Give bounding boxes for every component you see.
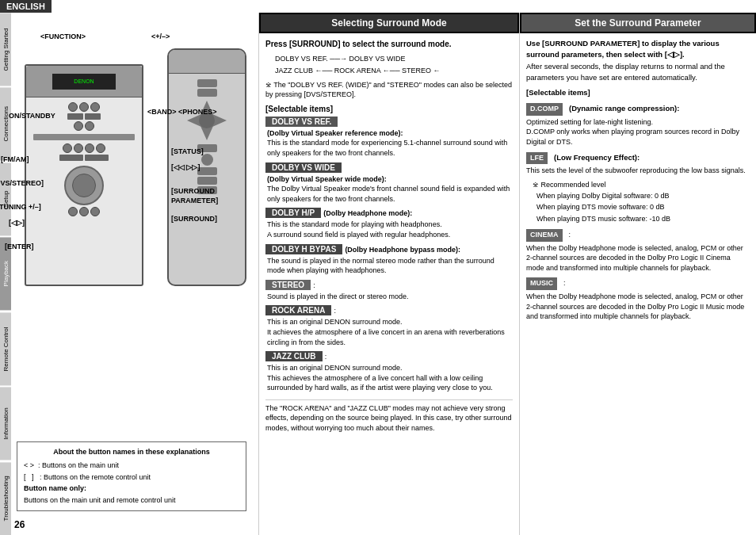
- info-box: About the button names in these explanat…: [17, 441, 246, 511]
- side-tabs: Getting Started Connections Setup Playba…: [0, 13, 11, 535]
- selectable-items-title-middle: [Selectable items]: [265, 105, 513, 113]
- dolby-vs-ref-desc: (Dolby Virtual Speaker reference mode): …: [265, 128, 513, 159]
- function-label: <FUNCTION>: [40, 32, 86, 40]
- lfe-title: (Low Frequency Effect):: [554, 152, 640, 163]
- surround-mode-title: Selecting Surround Mode: [259, 13, 519, 33]
- dolby-vs-ref-badge: DOLBY VS REF.: [265, 117, 338, 127]
- tuning-label: [TUNING +/–]: [0, 203, 41, 211]
- music-desc: When the Dolby Headphone mode is selecte…: [526, 292, 750, 322]
- bracket-label: [◁▷]: [9, 219, 25, 227]
- surround-parameter-title: Set the Surround Parameter: [520, 13, 756, 33]
- enter-label: [ENTER]: [5, 243, 34, 250]
- tab-information[interactable]: Information: [0, 387, 11, 460]
- dolby-h-bypass-desc: The sound is played in the normal stereo…: [265, 256, 513, 276]
- selectable-items-title-right: [Selectable items]: [526, 87, 750, 98]
- skip-label: [◁◁ ▷▷]: [171, 163, 200, 171]
- dcomp-title: (Dynamic range compression):: [569, 103, 679, 114]
- info-box-title: About the button names in these explanat…: [24, 447, 239, 458]
- dolby-hp-badge: DOLBY H/P: [265, 208, 321, 218]
- rock-arena-badge: ROCK ARENA: [265, 305, 331, 315]
- tab-getting-started[interactable]: Getting Started: [0, 13, 11, 86]
- lfe-badge: LFE: [526, 152, 548, 165]
- jazz-club-desc: This is an original DENON surround mode.…: [265, 363, 513, 393]
- main-unit: DENON: [25, 64, 143, 286]
- param-cinema: CINEMA : When the Dolby Headphone mode i…: [526, 229, 750, 273]
- mode-jazz-club: JAZZ CLUB : This is an original DENON su…: [265, 351, 513, 393]
- stereo-badge: STEREO: [265, 280, 311, 290]
- param-dcomp: D.COMP (Dynamic range compression): Opti…: [526, 103, 750, 147]
- surround-parameter-panel: Set the Surround Parameter Use [SURROUND…: [520, 13, 756, 535]
- surround-footnote: The "ROCK ARENA" and "JAZZ CLUB" modes m…: [265, 399, 513, 434]
- language-bar: ENGLISH: [0, 0, 52, 13]
- mode-flow: DOLBY VS REF. ──→ DOLBY VS WIDE JAZZ CLU…: [275, 53, 513, 78]
- mode-dolby-vs-ref: DOLBY VS REF. (Dolby Virtual Speaker ref…: [265, 117, 513, 159]
- main-display: DENON: [52, 74, 116, 90]
- plus-minus-label: <+/–>: [151, 32, 170, 40]
- mode-rock-arena: ROCK ARENA : This is an original DENON s…: [265, 305, 513, 347]
- dcomp-badge: D.COMP: [526, 103, 563, 116]
- tab-connections[interactable]: Connections: [0, 87, 11, 160]
- info-box-content: < > : Buttons on the main unit [ ] : But…: [24, 460, 239, 506]
- dvs-note: ※ The "DOLBY VS REF. (WIDE)" and "STEREO…: [265, 80, 513, 100]
- lfe-note: ※ Recommended level When playing Dolby D…: [533, 179, 750, 225]
- dolby-hp-desc: This is the standard mode for playing wi…: [265, 220, 513, 239]
- device-illustration-panel: <FUNCTION> <+/–> DENON: [13, 13, 258, 535]
- dcomp-desc: Optimized setting for late-night listeni…: [526, 117, 750, 147]
- dolby-h-bypass-badge: DOLBY H BYPAS: [265, 244, 342, 254]
- dolby-vs-wide-badge: DOLBY VS WIDE: [265, 162, 342, 173]
- param-music: MUSIC : When the Dolby Headphone mode is…: [526, 277, 750, 321]
- cinema-badge: CINEMA: [526, 229, 563, 242]
- surround-mode-panel: Selecting Surround Mode Press [SURROUND]…: [258, 13, 520, 535]
- rock-arena-desc: This is an original DENON surround mode.…: [265, 317, 513, 347]
- surround-label: [SURROUND]: [171, 215, 217, 223]
- mode-dolby-vs-wide: DOLBY VS WIDE (Dolby Virtual Speaker wid…: [265, 162, 513, 204]
- mode-stereo: STEREO : Sound is played in the direct o…: [265, 280, 513, 302]
- surround-param-label: [SURROUNDPARAMETER]: [171, 187, 218, 205]
- press-instruction: Press [SURROUND] to select the surround …: [265, 38, 513, 50]
- mode-dolby-h-bypass: DOLBY H BYPAS (Dolby Headphone bypass mo…: [265, 244, 513, 276]
- stereo-desc: Sound is played in the direct or stereo …: [265, 292, 513, 302]
- tab-remote-control[interactable]: Remote Control: [0, 312, 11, 385]
- dolby-vs-wide-desc: (Dolby Virtual Speaker wide mode): The D…: [265, 174, 513, 204]
- lfe-desc: This sets the level of the subwoofer rep…: [526, 166, 750, 176]
- fm-am-label: [FM/AM]: [1, 155, 29, 163]
- band-phones-label: <BAND> <PHONES>: [147, 108, 217, 116]
- dvs-stereo-label: [DVS/STEREO]: [0, 179, 44, 187]
- jazz-club-badge: JAZZ CLUB: [265, 351, 323, 361]
- status-label: [STATUS]: [171, 147, 204, 155]
- surround-param-intro: Use [SURROUND PARAMETER] to display the …: [526, 38, 750, 83]
- tab-troubleshooting[interactable]: Troubleshooting: [0, 462, 11, 535]
- on-standby-label: ON/STANDBY: [9, 112, 55, 120]
- music-badge: MUSIC: [526, 277, 557, 290]
- cinema-desc: When the Dolby Headphone mode is selecte…: [526, 243, 750, 273]
- device-schematic: <FUNCTION> <+/–> DENON: [25, 32, 246, 334]
- param-lfe: LFE (Low Frequency Effect): This sets th…: [526, 152, 750, 225]
- mode-dolby-hp: DOLBY H/P (Dolby Headphone mode): This i…: [265, 208, 513, 239]
